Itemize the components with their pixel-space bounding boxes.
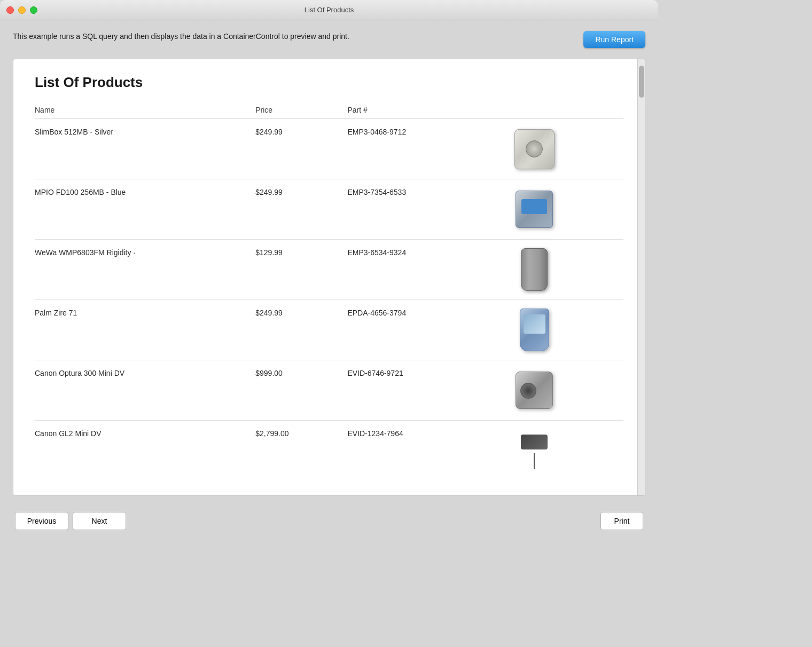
product-price: $249.99 <box>255 119 347 179</box>
scrollbar-thumb[interactable] <box>639 66 644 98</box>
nav-buttons: Previous Next <box>15 512 126 530</box>
product-price: $999.00 <box>255 360 347 421</box>
table-header-row: Name Price Part # <box>35 106 623 119</box>
product-price: $249.99 <box>255 300 347 360</box>
product-image <box>513 429 556 472</box>
product-image-cell <box>513 240 623 300</box>
next-button[interactable]: Next <box>73 512 126 530</box>
product-price: $249.99 <box>255 179 347 240</box>
table-row: Palm Zire 71$249.99EPDA-4656-3794 <box>35 300 623 360</box>
main-content: This example runs a SQL query and then d… <box>0 20 658 546</box>
bottom-bar: Previous Next Print <box>13 507 645 535</box>
product-image-shape <box>521 248 548 291</box>
product-name: Canon Optura 300 Mini DV <box>35 360 255 421</box>
product-table: Name Price Part # SlimBox 512MB - Silver… <box>35 106 623 480</box>
product-price: $2,799.00 <box>255 421 347 481</box>
product-image-shape <box>516 372 553 409</box>
product-part: EMP3-0468-9712 <box>347 119 513 179</box>
product-price: $129.99 <box>255 240 347 300</box>
table-row: WeWa WMP6803FM Rigidity ·$129.99EMP3-653… <box>35 240 623 300</box>
product-name: Canon GL2 Mini DV <box>35 421 255 481</box>
product-image-cell <box>513 119 623 179</box>
previous-button[interactable]: Previous <box>15 512 68 530</box>
col-header-name: Name <box>35 106 255 119</box>
product-part: EVID-6746-9721 <box>347 360 513 421</box>
print-button[interactable]: Print <box>600 512 643 530</box>
window-title: List Of Products <box>304 6 354 14</box>
product-image <box>513 188 556 231</box>
report-title: List Of Products <box>35 74 623 91</box>
product-name: MPIO FD100 256MB - Blue <box>35 179 255 240</box>
product-image-cell <box>513 360 623 421</box>
product-image <box>513 128 556 170</box>
title-bar: List Of Products <box>0 0 658 20</box>
col-header-price: Price <box>255 106 347 119</box>
run-report-button[interactable]: Run Report <box>583 31 645 48</box>
product-image-shape <box>520 309 549 351</box>
product-image <box>513 248 556 291</box>
product-name: SlimBox 512MB - Silver <box>35 119 255 179</box>
product-image-shape <box>516 191 553 228</box>
maximize-button[interactable] <box>30 6 37 14</box>
product-part: EMP3-6534-9324 <box>347 240 513 300</box>
product-image-shape <box>516 432 553 469</box>
product-image-shape <box>514 129 555 169</box>
table-row: Canon GL2 Mini DV$2,799.00EVID-1234-7964 <box>35 421 623 481</box>
table-row: SlimBox 512MB - Silver$249.99EMP3-0468-9… <box>35 119 623 179</box>
close-button[interactable] <box>6 6 14 14</box>
description-text: This example runs a SQL query and then d… <box>13 31 349 42</box>
product-part: EVID-1234-7964 <box>347 421 513 481</box>
table-row: Canon Optura 300 Mini DV$999.00EVID-6746… <box>35 360 623 421</box>
scrollbar[interactable] <box>637 59 645 495</box>
table-row: MPIO FD100 256MB - Blue$249.99EMP3-7354-… <box>35 179 623 240</box>
report-container: List Of Products Name Price Part # SlimB… <box>13 59 645 496</box>
product-image-cell <box>513 421 623 481</box>
top-row: This example runs a SQL query and then d… <box>13 31 645 48</box>
product-name: WeWa WMP6803FM Rigidity · <box>35 240 255 300</box>
product-part: EMP3-7354-6533 <box>347 179 513 240</box>
product-name: Palm Zire 71 <box>35 300 255 360</box>
col-header-img <box>513 106 623 119</box>
traffic-lights <box>6 6 37 14</box>
product-image <box>513 309 556 351</box>
product-image-cell <box>513 179 623 240</box>
col-header-part: Part # <box>347 106 513 119</box>
product-image-cell <box>513 300 623 360</box>
product-part: EPDA-4656-3794 <box>347 300 513 360</box>
minimize-button[interactable] <box>18 6 26 14</box>
product-image <box>513 369 556 412</box>
